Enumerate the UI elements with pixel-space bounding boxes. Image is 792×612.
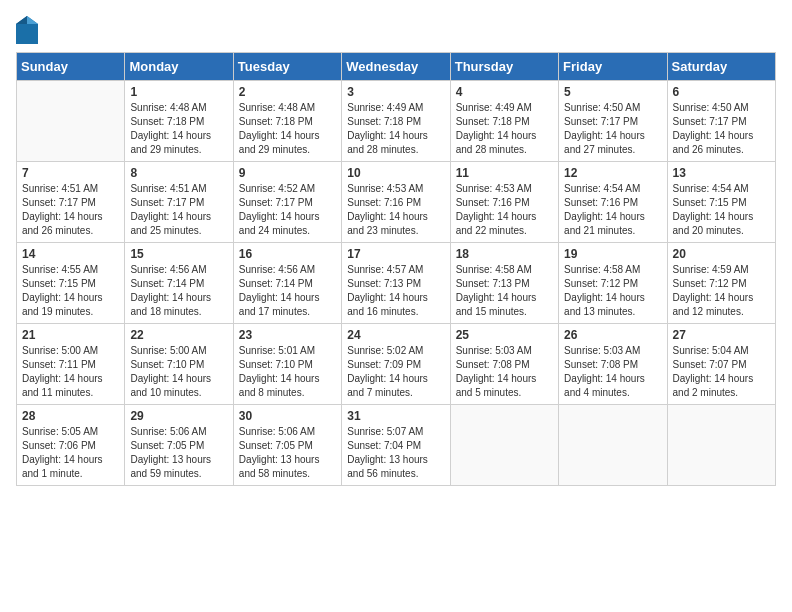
- cell-info: Sunrise: 5:00 AM Sunset: 7:11 PM Dayligh…: [22, 344, 119, 400]
- calendar-cell: 30Sunrise: 5:06 AM Sunset: 7:05 PM Dayli…: [233, 405, 341, 486]
- calendar-cell: 23Sunrise: 5:01 AM Sunset: 7:10 PM Dayli…: [233, 324, 341, 405]
- calendar-cell: 9Sunrise: 4:52 AM Sunset: 7:17 PM Daylig…: [233, 162, 341, 243]
- cell-info: Sunrise: 5:05 AM Sunset: 7:06 PM Dayligh…: [22, 425, 119, 481]
- calendar-cell: 11Sunrise: 4:53 AM Sunset: 7:16 PM Dayli…: [450, 162, 558, 243]
- calendar-cell: 1Sunrise: 4:48 AM Sunset: 7:18 PM Daylig…: [125, 81, 233, 162]
- cell-info: Sunrise: 4:49 AM Sunset: 7:18 PM Dayligh…: [347, 101, 444, 157]
- svg-marker-2: [16, 16, 27, 24]
- day-number: 26: [564, 328, 661, 342]
- calendar-cell: 10Sunrise: 4:53 AM Sunset: 7:16 PM Dayli…: [342, 162, 450, 243]
- calendar-cell: 31Sunrise: 5:07 AM Sunset: 7:04 PM Dayli…: [342, 405, 450, 486]
- calendar-cell: 6Sunrise: 4:50 AM Sunset: 7:17 PM Daylig…: [667, 81, 775, 162]
- calendar-cell: 27Sunrise: 5:04 AM Sunset: 7:07 PM Dayli…: [667, 324, 775, 405]
- calendar-cell: [667, 405, 775, 486]
- cell-info: Sunrise: 5:07 AM Sunset: 7:04 PM Dayligh…: [347, 425, 444, 481]
- day-number: 25: [456, 328, 553, 342]
- calendar-cell: 21Sunrise: 5:00 AM Sunset: 7:11 PM Dayli…: [17, 324, 125, 405]
- calendar-cell: 7Sunrise: 4:51 AM Sunset: 7:17 PM Daylig…: [17, 162, 125, 243]
- day-number: 13: [673, 166, 770, 180]
- calendar-cell: 18Sunrise: 4:58 AM Sunset: 7:13 PM Dayli…: [450, 243, 558, 324]
- day-number: 4: [456, 85, 553, 99]
- calendar-cell: 28Sunrise: 5:05 AM Sunset: 7:06 PM Dayli…: [17, 405, 125, 486]
- calendar-cell: [17, 81, 125, 162]
- cell-info: Sunrise: 4:52 AM Sunset: 7:17 PM Dayligh…: [239, 182, 336, 238]
- day-number: 10: [347, 166, 444, 180]
- day-number: 11: [456, 166, 553, 180]
- cell-info: Sunrise: 5:03 AM Sunset: 7:08 PM Dayligh…: [456, 344, 553, 400]
- calendar-body: 1Sunrise: 4:48 AM Sunset: 7:18 PM Daylig…: [17, 81, 776, 486]
- cell-info: Sunrise: 4:48 AM Sunset: 7:18 PM Dayligh…: [239, 101, 336, 157]
- logo: [16, 16, 42, 44]
- calendar-cell: 24Sunrise: 5:02 AM Sunset: 7:09 PM Dayli…: [342, 324, 450, 405]
- weekday-header-cell: Saturday: [667, 53, 775, 81]
- day-number: 18: [456, 247, 553, 261]
- calendar-cell: 16Sunrise: 4:56 AM Sunset: 7:14 PM Dayli…: [233, 243, 341, 324]
- weekday-header-cell: Sunday: [17, 53, 125, 81]
- day-number: 14: [22, 247, 119, 261]
- calendar-cell: 25Sunrise: 5:03 AM Sunset: 7:08 PM Dayli…: [450, 324, 558, 405]
- day-number: 5: [564, 85, 661, 99]
- day-number: 24: [347, 328, 444, 342]
- calendar-cell: 20Sunrise: 4:59 AM Sunset: 7:12 PM Dayli…: [667, 243, 775, 324]
- cell-info: Sunrise: 4:48 AM Sunset: 7:18 PM Dayligh…: [130, 101, 227, 157]
- calendar-cell: 19Sunrise: 4:58 AM Sunset: 7:12 PM Dayli…: [559, 243, 667, 324]
- cell-info: Sunrise: 5:01 AM Sunset: 7:10 PM Dayligh…: [239, 344, 336, 400]
- calendar-cell: 4Sunrise: 4:49 AM Sunset: 7:18 PM Daylig…: [450, 81, 558, 162]
- day-number: 27: [673, 328, 770, 342]
- calendar-cell: 22Sunrise: 5:00 AM Sunset: 7:10 PM Dayli…: [125, 324, 233, 405]
- cell-info: Sunrise: 4:53 AM Sunset: 7:16 PM Dayligh…: [347, 182, 444, 238]
- day-number: 6: [673, 85, 770, 99]
- calendar-cell: [450, 405, 558, 486]
- weekday-header-cell: Tuesday: [233, 53, 341, 81]
- cell-info: Sunrise: 4:53 AM Sunset: 7:16 PM Dayligh…: [456, 182, 553, 238]
- calendar-cell: 8Sunrise: 4:51 AM Sunset: 7:17 PM Daylig…: [125, 162, 233, 243]
- day-number: 19: [564, 247, 661, 261]
- svg-marker-1: [27, 16, 38, 24]
- cell-info: Sunrise: 4:57 AM Sunset: 7:13 PM Dayligh…: [347, 263, 444, 319]
- day-number: 16: [239, 247, 336, 261]
- cell-info: Sunrise: 4:58 AM Sunset: 7:13 PM Dayligh…: [456, 263, 553, 319]
- cell-info: Sunrise: 4:51 AM Sunset: 7:17 PM Dayligh…: [22, 182, 119, 238]
- day-number: 12: [564, 166, 661, 180]
- weekday-header-cell: Monday: [125, 53, 233, 81]
- day-number: 1: [130, 85, 227, 99]
- day-number: 29: [130, 409, 227, 423]
- day-number: 21: [22, 328, 119, 342]
- calendar-cell: 13Sunrise: 4:54 AM Sunset: 7:15 PM Dayli…: [667, 162, 775, 243]
- day-number: 22: [130, 328, 227, 342]
- calendar-week-row: 21Sunrise: 5:00 AM Sunset: 7:11 PM Dayli…: [17, 324, 776, 405]
- cell-info: Sunrise: 5:04 AM Sunset: 7:07 PM Dayligh…: [673, 344, 770, 400]
- logo-icon: [16, 16, 38, 44]
- cell-info: Sunrise: 5:00 AM Sunset: 7:10 PM Dayligh…: [130, 344, 227, 400]
- day-number: 17: [347, 247, 444, 261]
- cell-info: Sunrise: 4:50 AM Sunset: 7:17 PM Dayligh…: [673, 101, 770, 157]
- calendar-cell: 17Sunrise: 4:57 AM Sunset: 7:13 PM Dayli…: [342, 243, 450, 324]
- day-number: 28: [22, 409, 119, 423]
- weekday-header-cell: Wednesday: [342, 53, 450, 81]
- calendar-cell: [559, 405, 667, 486]
- day-number: 20: [673, 247, 770, 261]
- cell-info: Sunrise: 4:54 AM Sunset: 7:16 PM Dayligh…: [564, 182, 661, 238]
- calendar-cell: 15Sunrise: 4:56 AM Sunset: 7:14 PM Dayli…: [125, 243, 233, 324]
- calendar-cell: 2Sunrise: 4:48 AM Sunset: 7:18 PM Daylig…: [233, 81, 341, 162]
- cell-info: Sunrise: 4:55 AM Sunset: 7:15 PM Dayligh…: [22, 263, 119, 319]
- calendar-week-row: 28Sunrise: 5:05 AM Sunset: 7:06 PM Dayli…: [17, 405, 776, 486]
- weekday-header-cell: Friday: [559, 53, 667, 81]
- calendar-cell: 29Sunrise: 5:06 AM Sunset: 7:05 PM Dayli…: [125, 405, 233, 486]
- cell-info: Sunrise: 4:50 AM Sunset: 7:17 PM Dayligh…: [564, 101, 661, 157]
- day-number: 15: [130, 247, 227, 261]
- cell-info: Sunrise: 4:51 AM Sunset: 7:17 PM Dayligh…: [130, 182, 227, 238]
- cell-info: Sunrise: 5:06 AM Sunset: 7:05 PM Dayligh…: [239, 425, 336, 481]
- day-number: 7: [22, 166, 119, 180]
- cell-info: Sunrise: 5:06 AM Sunset: 7:05 PM Dayligh…: [130, 425, 227, 481]
- calendar-cell: 26Sunrise: 5:03 AM Sunset: 7:08 PM Dayli…: [559, 324, 667, 405]
- calendar-week-row: 14Sunrise: 4:55 AM Sunset: 7:15 PM Dayli…: [17, 243, 776, 324]
- cell-info: Sunrise: 4:58 AM Sunset: 7:12 PM Dayligh…: [564, 263, 661, 319]
- day-number: 2: [239, 85, 336, 99]
- cell-info: Sunrise: 4:56 AM Sunset: 7:14 PM Dayligh…: [130, 263, 227, 319]
- day-number: 3: [347, 85, 444, 99]
- cell-info: Sunrise: 4:49 AM Sunset: 7:18 PM Dayligh…: [456, 101, 553, 157]
- page-header: [16, 16, 776, 44]
- calendar-cell: 12Sunrise: 4:54 AM Sunset: 7:16 PM Dayli…: [559, 162, 667, 243]
- cell-info: Sunrise: 5:03 AM Sunset: 7:08 PM Dayligh…: [564, 344, 661, 400]
